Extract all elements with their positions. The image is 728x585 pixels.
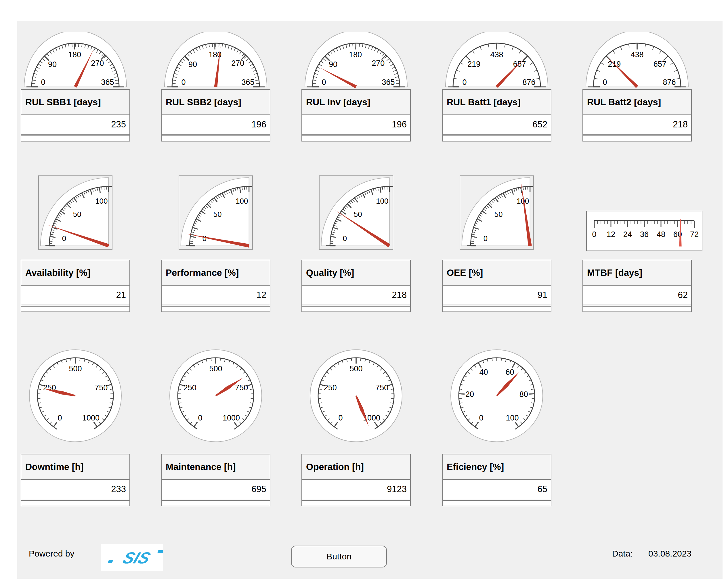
tick-label: 48 xyxy=(657,230,665,239)
tick-label: 50 xyxy=(494,210,503,218)
panel-strip xyxy=(443,500,551,506)
tick-label: 365 xyxy=(101,78,114,86)
tick-label: 36 xyxy=(640,230,649,239)
gauge-value-field[interactable]: 21 xyxy=(21,285,129,305)
gauge-eficiency: 020406080100 xyxy=(449,348,544,443)
tick-label: 750 xyxy=(235,383,248,392)
panel-strip xyxy=(302,306,410,312)
gauge-value-field[interactable]: 235 xyxy=(21,114,129,135)
gauge-value-field[interactable]: 233 xyxy=(21,479,129,499)
tick-label: 72 xyxy=(690,230,699,239)
gauge-label: MTBF [days] xyxy=(583,260,691,285)
panel-oee: OEE [%]91 xyxy=(442,260,551,312)
tick-label: 438 xyxy=(490,50,503,59)
tick-label: 270 xyxy=(231,59,244,68)
tick-label: 0 xyxy=(484,234,488,242)
gauge-label: RUL Batt1 [days] xyxy=(443,90,551,114)
tick-label: 180 xyxy=(68,50,81,59)
tick-label: 24 xyxy=(623,230,632,239)
app-window: Powered by SIS Button Data: 03.08.2023 0… xyxy=(0,0,728,585)
tick-label: 438 xyxy=(630,50,644,59)
tick-label: 657 xyxy=(653,60,667,69)
tick-label: 0 xyxy=(321,78,326,86)
panel-strip xyxy=(583,306,691,312)
tick-label: 50 xyxy=(213,210,222,218)
tick-label: 0 xyxy=(41,78,45,86)
tick-label: 0 xyxy=(339,414,343,422)
gauge-value-field[interactable]: 12 xyxy=(162,285,270,305)
tick-label: 1000 xyxy=(223,414,240,422)
tick-label: 0 xyxy=(343,234,347,242)
panel-mtbf: MTBF [days]62 xyxy=(582,260,692,312)
gauge-availability: 050100 xyxy=(38,176,112,250)
gauge-value-field[interactable]: 9123 xyxy=(302,479,410,499)
tick-label: 250 xyxy=(183,383,197,392)
tick-label: 876 xyxy=(663,78,676,86)
gauge-value-field[interactable]: 218 xyxy=(302,285,410,305)
date-label: Data: xyxy=(612,549,633,559)
panel-rul-sbb1: RUL SBB1 [days]235 xyxy=(21,89,130,141)
tick-label: 750 xyxy=(375,383,388,392)
logo-mark-right xyxy=(157,550,163,553)
date-value: 03.08.2023 xyxy=(648,549,692,559)
sis-logo: SIS xyxy=(101,544,163,571)
footer-button[interactable]: Button xyxy=(291,546,387,567)
gauge-rul-sbb1: 090180270365 xyxy=(21,32,130,89)
gauge-label: RUL SBB2 [days] xyxy=(162,90,270,114)
tick-label: 500 xyxy=(69,365,82,373)
tick-label: 180 xyxy=(349,50,362,59)
tick-label: 90 xyxy=(48,60,57,69)
tick-label: 0 xyxy=(203,234,207,242)
panel-strip xyxy=(443,306,551,312)
panel-performance: Performance [%]12 xyxy=(161,260,270,312)
gauge-value-field[interactable]: 91 xyxy=(443,285,551,305)
tick-label: 40 xyxy=(479,368,488,376)
tick-label: 80 xyxy=(519,390,528,399)
gauge-label: RUL Batt2 [days] xyxy=(583,90,691,114)
tick-label: 0 xyxy=(58,414,62,422)
tick-label: 12 xyxy=(607,230,615,239)
gauge-value-field[interactable]: 695 xyxy=(162,479,270,499)
logo-text: SIS xyxy=(121,549,153,567)
tick-label: 20 xyxy=(465,390,474,399)
panel-rul-batt1: RUL Batt1 [days]652 xyxy=(442,89,551,141)
tick-label: 90 xyxy=(329,60,337,69)
gauge-label: Eficiency [%] xyxy=(443,454,551,479)
tick-label: 90 xyxy=(188,60,197,69)
sis-logo-image: SIS xyxy=(101,544,163,571)
gauge-value-field[interactable]: 62 xyxy=(583,285,691,305)
panel-strip xyxy=(21,135,129,141)
tick-label: 100 xyxy=(376,197,388,205)
gauge-value-field[interactable]: 196 xyxy=(302,114,410,135)
panel-quality: Quality [%]218 xyxy=(302,260,411,312)
tick-label: 60 xyxy=(506,368,514,376)
panel-maintenance: Maintenance [h]695 xyxy=(161,454,270,506)
tick-label: 0 xyxy=(592,230,596,239)
tick-label: 500 xyxy=(349,365,362,373)
tick-label: 219 xyxy=(467,60,480,69)
panel-strip xyxy=(583,135,691,141)
gauge-label: Maintenance [h] xyxy=(162,454,270,479)
logo-mark-left xyxy=(108,560,113,563)
gauge-mtbf: 0122436486072 xyxy=(586,211,702,251)
panel-operation: Operation [h]9123 xyxy=(302,454,411,506)
gauge-label: Operation [h] xyxy=(302,454,410,479)
gauge-value-field[interactable]: 652 xyxy=(443,114,551,135)
gauge-value-field[interactable]: 196 xyxy=(162,114,270,135)
tick-label: 250 xyxy=(324,383,337,392)
gauge-value-field[interactable]: 218 xyxy=(583,114,691,135)
tick-label: 0 xyxy=(198,414,203,422)
panel-rul-batt2: RUL Batt2 [days]218 xyxy=(582,89,692,141)
gauge-oee: 050100 xyxy=(460,176,534,250)
powered-by-label: Powered by xyxy=(29,549,74,559)
tick-label: 1000 xyxy=(82,414,100,422)
gauge-rul-sbb2: 090180270365 xyxy=(161,32,270,89)
gauge-performance: 050100 xyxy=(179,176,253,250)
gauge-downtime: 02505007501000 xyxy=(28,348,123,443)
panel-rul-inv: RUL Inv [days]196 xyxy=(302,89,411,141)
tick-label: 365 xyxy=(241,78,254,86)
gauge-value-field[interactable]: 65 xyxy=(443,479,551,499)
panel-strip xyxy=(162,500,270,506)
tick-label: 0 xyxy=(462,78,467,86)
tick-label: 270 xyxy=(91,59,104,68)
